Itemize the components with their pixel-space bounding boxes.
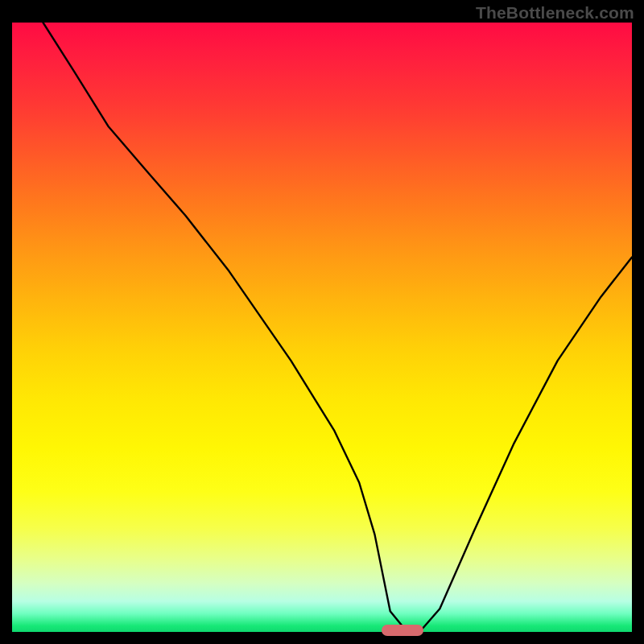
watermark-text: TheBottleneck.com <box>476 3 634 23</box>
optimum-marker <box>382 625 423 636</box>
chart-stage: TheBottleneck.com <box>0 0 644 644</box>
curve-svg <box>12 23 632 632</box>
plot-area <box>12 23 632 632</box>
plot-frame <box>12 23 632 632</box>
bottleneck-curve <box>43 23 633 630</box>
